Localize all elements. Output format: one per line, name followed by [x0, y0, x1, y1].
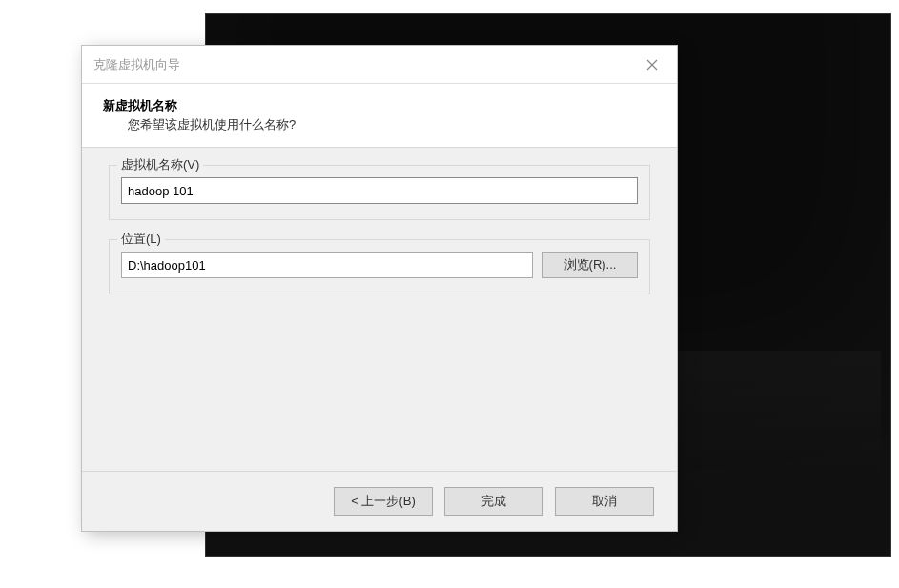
close-icon	[646, 59, 658, 71]
browse-button[interactable]: 浏览(R)...	[542, 252, 638, 278]
vm-name-input[interactable]	[121, 177, 638, 204]
vm-name-group: 虚拟机名称(V)	[109, 165, 650, 220]
finish-button[interactable]: 完成	[444, 487, 543, 516]
back-button[interactable]: < 上一步(B)	[334, 487, 433, 516]
location-group: 位置(L) 浏览(R)...	[109, 239, 650, 294]
cancel-button[interactable]: 取消	[555, 487, 654, 516]
header-subtitle: 您希望该虚拟机使用什么名称?	[103, 116, 664, 133]
location-input[interactable]	[121, 252, 533, 278]
clone-vm-wizard-dialog: 克隆虚拟机向导 新虚拟机名称 您希望该虚拟机使用什么名称? 虚拟机名称(V) 位…	[82, 46, 677, 531]
dialog-footer: < 上一步(B) 完成 取消	[82, 471, 677, 531]
location-row: 浏览(R)...	[121, 252, 638, 278]
dialog-content: 虚拟机名称(V) 位置(L) 浏览(R)...	[82, 148, 677, 471]
dialog-title: 克隆虚拟机向导	[93, 56, 180, 73]
dialog-titlebar: 克隆虚拟机向导	[82, 46, 677, 84]
vm-name-label: 虚拟机名称(V)	[117, 156, 203, 173]
close-button[interactable]	[633, 46, 671, 83]
header-title: 新虚拟机名称	[103, 97, 664, 114]
location-label: 位置(L)	[117, 231, 165, 248]
dialog-header: 新虚拟机名称 您希望该虚拟机使用什么名称?	[82, 84, 677, 148]
